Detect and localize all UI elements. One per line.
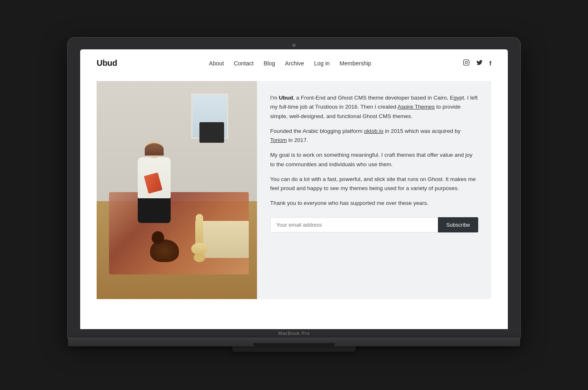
content-area: I'm Ubud, a Front-End and Ghost CMS them… [97,81,491,299]
site-header: Ubud About Contact Blog Archive [80,49,508,77]
instagram-icon[interactable] [463,59,470,67]
bio-paragraph-3: My goal is to work on something meaningf… [270,151,478,169]
nav-link-contact[interactable]: Contact [234,60,254,67]
bio-paragraph-1: I'm Ubud, a Front-End and Ghost CMS them… [270,93,478,121]
bio-paragraph-2: Founded the Arabic blogging platform okt… [270,127,478,145]
bio-name-bold: Ubud [279,95,293,101]
svg-rect-0 [463,60,469,65]
nav-item-membership[interactable]: Membership [340,60,371,67]
nav-item-blog[interactable]: Blog [264,60,275,67]
laptop-screen: Ubud About Contact Blog Archive [80,49,508,329]
subscribe-form: Subscribe [270,217,478,232]
about-photo [97,81,257,299]
email-input[interactable] [270,217,438,232]
laptop-camera [292,44,296,47]
photo-dog-tall [191,214,208,262]
site-logo[interactable]: Ubud [97,58,117,68]
nav-links: About Contact Blog Archive Log in [209,60,371,67]
macbook-label: MacBook Pro [80,329,508,337]
nav-link-membership[interactable]: Membership [340,60,371,67]
social-icons: f [463,59,491,67]
bio-paragraph-5: Thank you to everyone who has supported … [270,199,478,208]
facebook-icon[interactable]: f [489,60,491,67]
nav-link-about[interactable]: About [209,60,224,67]
laptop-frame: Ubud About Contact Blog Archive [68,38,520,352]
nav-link-blog[interactable]: Blog [264,60,275,67]
nav-link-login[interactable]: Log in [314,60,330,67]
aspire-themes-link[interactable]: Aspire Themes [398,104,435,110]
toriom-link[interactable]: Toriom [270,137,287,143]
room-monitor [199,122,224,143]
about-info-panel: I'm Ubud, a Front-End and Ghost CMS them… [257,81,491,299]
nav-link-archive[interactable]: Archive [285,60,304,67]
laptop-body: Ubud About Contact Blog Archive [68,38,520,337]
photo-background [97,81,257,299]
main-nav: About Contact Blog Archive Log in [209,60,371,67]
nav-item-archive[interactable]: Archive [285,60,304,67]
nav-item-contact[interactable]: Contact [234,60,254,67]
oktob-link[interactable]: oktob.io [364,128,383,134]
nav-item-login[interactable]: Log in [314,60,330,67]
laptop-stand [232,346,356,352]
subscribe-button[interactable]: Subscribe [438,217,478,232]
laptop-base [68,337,520,346]
twitter-icon[interactable] [476,59,483,67]
nav-item-about[interactable]: About [209,60,224,67]
photo-dog-small [150,239,179,262]
bio-paragraph-4: You can do a lot with a fast, powerful, … [270,175,478,193]
